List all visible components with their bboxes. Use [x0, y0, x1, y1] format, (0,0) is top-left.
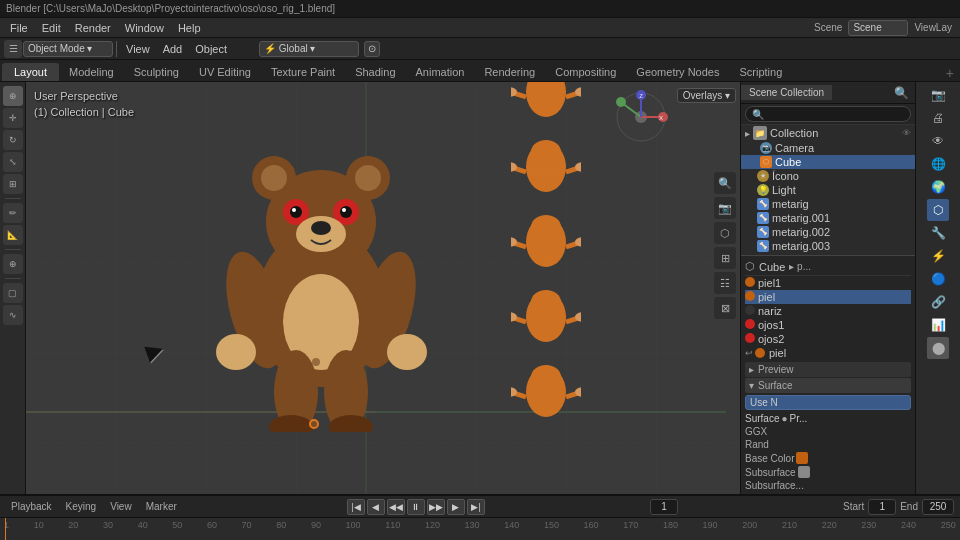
overlays-btn[interactable]: Overlays ▾ — [677, 88, 736, 103]
menu-render[interactable]: Render — [69, 21, 117, 35]
menu-object[interactable]: Object — [189, 42, 233, 56]
tool-add[interactable]: ⊕ — [3, 254, 23, 274]
scene-search-input[interactable] — [745, 106, 911, 122]
btn-jump-end[interactable]: ▶| — [467, 499, 485, 515]
pivot-btn[interactable]: ⊙ — [364, 41, 380, 57]
collection-item-root[interactable]: ▸ 📁 Collection 👁 — [741, 125, 915, 141]
props-tab-output[interactable]: 🖨 — [927, 107, 949, 129]
vp-zoom-in[interactable]: 🔍 — [714, 172, 736, 194]
tl-view[interactable]: View — [105, 500, 137, 513]
tab-sculpting[interactable]: Sculpting — [124, 63, 189, 81]
tab-geometry[interactable]: Geometry Nodes — [626, 63, 729, 81]
mat-ojos2[interactable]: ojos2 — [745, 332, 911, 346]
preview-section[interactable]: ▸ Preview — [745, 362, 911, 377]
props-tab-scene[interactable]: 🌐 — [927, 153, 949, 175]
viewport[interactable]: User Perspective (1) Collection | Cube X… — [26, 82, 740, 494]
props-tab-world[interactable]: 🌍 — [927, 176, 949, 198]
tool-move[interactable]: ✛ — [3, 108, 23, 128]
ggx-label: GGX — [745, 426, 767, 437]
menu-add[interactable]: Add — [157, 42, 189, 56]
header-mode-icon: ☰ — [4, 40, 22, 58]
tab-layout[interactable]: Layout — [2, 63, 59, 81]
global-selector[interactable]: ⚡ Global ▾ — [259, 41, 359, 57]
tl-marker[interactable]: Marker — [141, 500, 182, 513]
tool-annotate[interactable]: ✏ — [3, 203, 23, 223]
frame-start-input[interactable] — [868, 499, 896, 515]
collection-item-metarig[interactable]: 🦴 metarig — [741, 197, 915, 211]
vp-local-view[interactable]: ⊞ — [714, 247, 736, 269]
props-tab-physics[interactable]: 🔵 — [927, 268, 949, 290]
btn-play[interactable]: ▶▶ — [427, 499, 445, 515]
mat-ojos1[interactable]: ojos1 — [745, 318, 911, 332]
navigation-gizmo[interactable]: X Z — [612, 88, 670, 146]
tool-rotate[interactable]: ↻ — [3, 130, 23, 150]
tab-modeling[interactable]: Modeling — [59, 63, 124, 81]
btn-jump-start[interactable]: |◀ — [347, 499, 365, 515]
tl-playback[interactable]: Playback — [6, 500, 57, 513]
collection-item-metarig-003[interactable]: 🦴 metarig.003 — [741, 239, 915, 253]
collection-item-camera[interactable]: 📷 Camera — [741, 141, 915, 155]
object-mode-selector[interactable]: Object Mode ▾ — [23, 41, 113, 57]
subsurface-swatch[interactable] — [798, 466, 810, 478]
surface-section[interactable]: ▾ Surface — [745, 378, 911, 393]
frame-end-input[interactable] — [922, 499, 954, 515]
collection-item-metarig-002[interactable]: 🦴 metarig.002 — [741, 225, 915, 239]
props-tab-constraints[interactable]: 🔗 — [927, 291, 949, 313]
collection-item-cube[interactable]: ⬡ Cube — [741, 155, 915, 169]
collection-item-icon[interactable]: ★ Ícono — [741, 169, 915, 183]
tool-select-box[interactable]: ▢ — [3, 283, 23, 303]
props-tab-particles[interactable]: ⚡ — [927, 245, 949, 267]
btn-stop-play[interactable]: ⏸ — [407, 499, 425, 515]
tab-rendering[interactable]: Rendering — [474, 63, 545, 81]
base-color-swatch[interactable] — [796, 452, 808, 464]
collection-item-metarig-001[interactable]: 🦴 metarig.001 — [741, 211, 915, 225]
tool-measure[interactable]: 📐 — [3, 225, 23, 245]
tab-shading[interactable]: Shading — [345, 63, 405, 81]
menu-view[interactable]: View — [120, 42, 156, 56]
props-tab-material[interactable]: ⬤ — [927, 337, 949, 359]
tool-cursor[interactable]: ⊕ — [3, 86, 23, 106]
tab-compositing[interactable]: Compositing — [545, 63, 626, 81]
surface-row-label: Surface — [745, 413, 779, 424]
tab-uv[interactable]: UV Editing — [189, 63, 261, 81]
tl-keying[interactable]: Keying — [61, 500, 102, 513]
btn-prev-frame[interactable]: ◀ — [367, 499, 385, 515]
light-icon: 💡 — [757, 184, 769, 196]
tab-scripting[interactable]: Scripting — [729, 63, 792, 81]
vp-xray[interactable]: ⊠ — [714, 297, 736, 319]
props-tab-render[interactable]: 📷 — [927, 84, 949, 106]
frame-input[interactable] — [650, 499, 678, 515]
scene-filter-btn[interactable]: 🔍 — [888, 84, 915, 102]
menu-help[interactable]: Help — [172, 21, 207, 35]
props-tab-object[interactable]: ⬡ — [927, 199, 949, 221]
btn-next-frame[interactable]: ▶ — [447, 499, 465, 515]
vp-display-mode[interactable]: ☷ — [714, 272, 736, 294]
tool-lasso[interactable]: ∿ — [3, 305, 23, 325]
props-tab-data[interactable]: 📊 — [927, 314, 949, 336]
collection-item-light[interactable]: 💡 Light — [741, 183, 915, 197]
vp-camera-view[interactable]: 📷 — [714, 197, 736, 219]
tool-scale[interactable]: ⤡ — [3, 152, 23, 172]
mat-dot-piel — [745, 291, 755, 301]
mark-60: 60 — [207, 520, 217, 530]
scene-collection-tab[interactable]: Scene Collection — [741, 85, 832, 100]
svg-point-40 — [312, 358, 320, 366]
btn-reverse-play[interactable]: ◀◀ — [387, 499, 405, 515]
menu-window[interactable]: Window — [119, 21, 170, 35]
scene-selector[interactable]: Scene — [848, 20, 908, 36]
mat-nariz[interactable]: nariz — [745, 304, 911, 318]
tab-animation[interactable]: Animation — [406, 63, 475, 81]
menu-edit[interactable]: Edit — [36, 21, 67, 35]
timeline-ruler[interactable]: 1 10 20 30 40 50 60 70 80 90 100 110 120… — [0, 518, 960, 540]
props-tab-modifier[interactable]: 🔧 — [927, 222, 949, 244]
props-tab-view[interactable]: 👁 — [927, 130, 949, 152]
menu-file[interactable]: File — [4, 21, 34, 35]
tool-transform[interactable]: ⊞ — [3, 174, 23, 194]
tab-texture[interactable]: Texture Paint — [261, 63, 345, 81]
use-nodes-btn[interactable]: Use N — [745, 395, 911, 410]
add-workspace-btn[interactable]: + — [942, 65, 958, 81]
mat-piel1[interactable]: piel1 — [745, 276, 911, 290]
mat-piel-link[interactable]: ↩ piel — [745, 346, 911, 360]
vp-perspective[interactable]: ⬡ — [714, 222, 736, 244]
mat-piel[interactable]: piel — [745, 290, 911, 304]
